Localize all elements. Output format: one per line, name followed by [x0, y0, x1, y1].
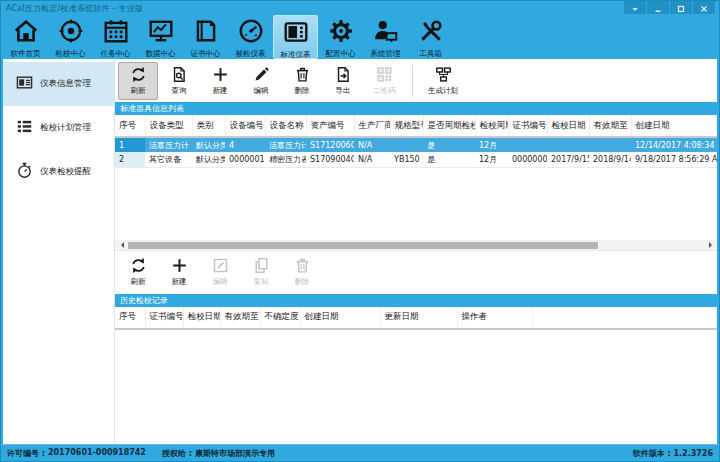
maximize-button[interactable] — [670, 1, 692, 14]
style-menu-button[interactable] — [624, 1, 646, 14]
ribbon-tab-calibration-center[interactable]: 检校中心 — [48, 15, 93, 59]
delete-button[interactable]: 删除 — [282, 62, 322, 100]
status-bar: 许可编号 :20170601-000918742 授权给 :康斯特市场部演示专用… — [1, 444, 719, 461]
column-header[interactable]: 不确定度 — [260, 307, 300, 329]
close-icon — [700, 0, 708, 17]
new-button[interactable]: 新建 — [200, 62, 240, 100]
column-header[interactable]: 设备类型 — [145, 115, 192, 137]
column-header[interactable]: 序号 — [115, 307, 145, 329]
column-header[interactable]: 检校日期 — [183, 307, 220, 329]
license-info: 许可编号 :20170601-000918742 授权给 :康斯特市场部演示专用 — [7, 448, 633, 459]
column-header[interactable]: 序号 — [115, 115, 145, 137]
search-document-icon — [171, 66, 188, 85]
column-header[interactable]: 检校周期 — [475, 115, 508, 137]
ribbon-tab-system-management[interactable]: 系统管理 — [363, 15, 408, 59]
target-icon — [58, 18, 84, 48]
qrcode-button: 二维码 — [364, 62, 404, 100]
ribbon-tab-config-center[interactable]: 配置中心 — [318, 15, 363, 59]
ribbon-tab-toolbox[interactable]: 工具箱 — [408, 15, 453, 59]
list-icon — [16, 118, 33, 139]
minimize-button[interactable] — [647, 1, 669, 14]
scroll-left-arrow[interactable] — [115, 240, 126, 251]
table-row[interactable]: 2 其它设备 默认分类 0000001 精密压力表 S1709004CN N/A… — [115, 152, 717, 167]
column-header — [532, 307, 717, 329]
close-button[interactable] — [693, 1, 715, 14]
ribbon-tab-certificate-center[interactable]: 证书中心 — [183, 15, 228, 59]
monitor-chart-icon — [148, 18, 174, 48]
sidebar-item-calibration-reminder[interactable]: 仪表检校提醒 — [3, 150, 114, 194]
pencil-icon — [253, 66, 270, 85]
column-header[interactable]: 证书编号 — [145, 307, 183, 329]
history-edit-button: 编辑 — [200, 253, 240, 291]
scrollbar-track[interactable] — [126, 241, 706, 250]
ribbon-toolbar: 软件首页 检校中心 任务中心 数据中心 证书中心 被检仪表 标准仪表 配置中心 — [1, 15, 719, 59]
table-row-selected[interactable]: 1 活塞压力计 默认分类 4 活塞压力计 S1712006CN N/A 是 12… — [115, 137, 717, 152]
maximize-icon — [677, 0, 685, 17]
scrollbar-thumb[interactable] — [128, 242, 598, 249]
history-section-header: 历史检校记录 — [115, 294, 717, 307]
gear-icon — [328, 18, 354, 48]
horizontal-scrollbar[interactable] — [115, 240, 717, 251]
column-header[interactable]: 创建日期 — [631, 115, 717, 137]
ribbon-tab-data-center[interactable]: 数据中心 — [138, 15, 183, 59]
ribbon-tab-device-under-test[interactable]: 被检仪表 — [228, 15, 273, 59]
title-bar: ACal压力检定/校准系统软件 - 专业版 — [1, 1, 719, 15]
certificate-book-icon — [193, 18, 219, 48]
tools-icon — [418, 18, 444, 48]
plan-diagram-icon — [435, 66, 452, 85]
refresh-button[interactable]: 刷新 — [118, 62, 158, 100]
toolbar-separator — [412, 65, 413, 97]
standards-toolbar: 刷新 查询 新建 编辑 删除 — [115, 59, 717, 102]
column-header[interactable]: 更新日期 — [380, 307, 457, 329]
column-header[interactable]: 有效期至 — [589, 115, 631, 137]
ribbon-tab-software-home[interactable]: 软件首页 — [3, 15, 48, 59]
ribbon-tab-standard-instruments[interactable]: 标准仪表 — [273, 15, 318, 59]
instrument-panel-icon — [283, 19, 309, 49]
app-body: 仪表信息管理 检校计划管理 仪表检校提醒 刷新 查询 — [3, 59, 717, 444]
version-info: 软件版本 : 1.2.3726 — [633, 448, 713, 459]
main-content: 刷新 查询 新建 编辑 删除 — [115, 59, 717, 444]
minimize-icon — [654, 0, 662, 17]
column-header[interactable]: 生产厂商 — [354, 115, 390, 137]
empty-area — [115, 168, 717, 240]
column-header[interactable]: 检校日期 — [547, 115, 589, 137]
edit-button[interactable]: 编辑 — [241, 62, 281, 100]
column-header[interactable]: 有效期至 — [220, 307, 260, 329]
history-table: 序号 证书编号 检校日期 有效期至 不确定度 创建日期 更新日期 操作者 — [115, 307, 717, 330]
history-new-button[interactable]: 新建 — [159, 253, 199, 291]
window-controls — [623, 1, 715, 14]
column-header[interactable]: 创建日期 — [300, 307, 380, 329]
query-button[interactable]: 查询 — [159, 62, 199, 100]
trash-icon — [294, 257, 311, 276]
trash-icon — [294, 66, 311, 85]
chevron-down-icon — [631, 0, 639, 17]
history-refresh-button[interactable]: 刷新 — [118, 253, 158, 291]
export-button[interactable]: 导出 — [323, 62, 363, 100]
column-header[interactable]: 资产编号 — [306, 115, 354, 137]
sidebar-item-instrument-info-management[interactable]: 仪表信息管理 — [3, 62, 114, 106]
qrcode-icon — [376, 66, 393, 85]
generate-plan-button[interactable]: 生成计划 — [420, 62, 466, 100]
plus-icon — [212, 66, 229, 85]
history-toolbar: 刷新 新建 编辑 复制 删除 — [115, 251, 717, 294]
sidebar-item-calibration-plan-management[interactable]: 检校计划管理 — [3, 106, 114, 150]
instrument-card-icon — [16, 74, 33, 95]
column-header[interactable]: 类别 — [192, 115, 225, 137]
standards-table-header-row: 序号 设备类型 类别 设备编号 设备名称 资产编号 生产厂商 规格型号 是否周期… — [115, 115, 717, 137]
user-admin-icon — [373, 18, 399, 48]
history-copy-button: 复制 — [241, 253, 281, 291]
column-header[interactable]: 证书编号 — [508, 115, 547, 137]
column-header[interactable]: 规格型号 — [390, 115, 423, 137]
stopwatch-icon — [16, 162, 33, 183]
column-header[interactable]: 操作者 — [457, 307, 532, 329]
ribbon-tab-task-center[interactable]: 任务中心 — [93, 15, 138, 59]
edit-square-icon — [212, 257, 229, 276]
window-title: ACal压力检定/校准系统软件 - 专业版 — [6, 3, 143, 14]
column-header[interactable]: 是否周期检校 — [423, 115, 475, 137]
refresh-icon — [130, 66, 147, 85]
gauge-icon — [238, 18, 264, 48]
app-window: ACal压力检定/校准系统软件 - 专业版 软件首页 检校中心 — [0, 0, 720, 462]
column-header[interactable]: 设备名称 — [265, 115, 306, 137]
scroll-right-arrow[interactable] — [706, 240, 717, 251]
column-header[interactable]: 设备编号 — [225, 115, 265, 137]
